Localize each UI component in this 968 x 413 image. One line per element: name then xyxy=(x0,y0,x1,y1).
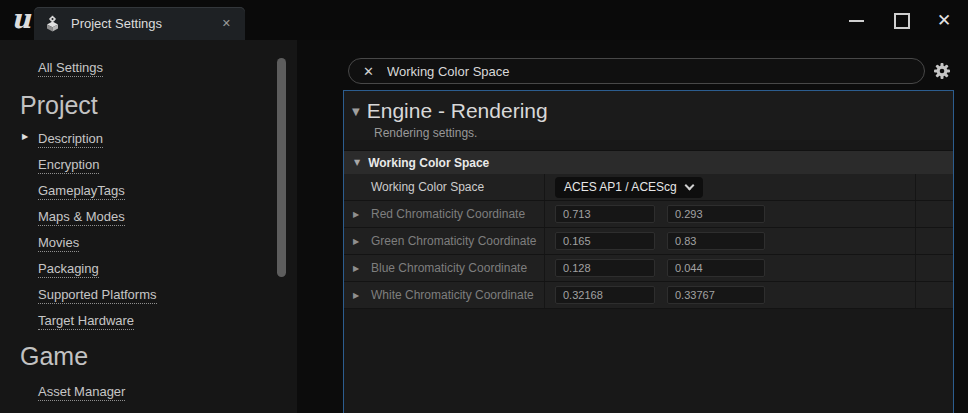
expander-icon[interactable]: ▶ xyxy=(353,291,363,300)
property-row-working-color-space: Working Color Space ACES AP1 / ACEScg xyxy=(344,174,953,201)
settings-gear-icon[interactable] xyxy=(933,62,951,80)
tab-close-icon[interactable]: ✕ xyxy=(218,15,235,32)
sidebar-item-movies[interactable]: Movies xyxy=(38,235,79,252)
property-label: White Chromaticity Coordinate xyxy=(371,288,534,302)
project-settings-icon xyxy=(44,15,61,32)
settings-sidebar: All Settings Project ▶ Description Encry… xyxy=(0,40,297,413)
close-icon: ✕ xyxy=(924,0,964,40)
white-y-field[interactable] xyxy=(667,286,765,304)
red-y-field[interactable] xyxy=(667,205,765,223)
group-collapse-caret-icon[interactable]: ▼ xyxy=(352,106,360,117)
titlebar: u Project Settings ✕ ✕ xyxy=(0,0,968,40)
sidebar-scrollbar[interactable] xyxy=(277,58,286,277)
settings-group-header: ▼ Engine - Rendering Rendering settings. xyxy=(344,91,953,140)
sidebar-item-gameplaytags[interactable]: GameplayTags xyxy=(38,183,125,200)
sidebar-item-target-hardware[interactable]: Target Hardware xyxy=(38,313,134,330)
row-end-spacer xyxy=(915,282,953,308)
property-row-white-chromaticity: ▶ White Chromaticity Coordinate xyxy=(344,282,953,309)
property-row-blue-chromaticity: ▶ Blue Chromaticity Coordinate xyxy=(344,255,953,282)
category-working-color-space[interactable]: ▼ Working Color Space xyxy=(344,150,953,174)
minimize-button[interactable] xyxy=(836,0,876,40)
sidebar-section-project: Project xyxy=(20,90,98,120)
close-button[interactable]: ✕ xyxy=(924,0,964,40)
settings-search-bar[interactable]: ✕ xyxy=(348,58,925,84)
property-row-green-chromaticity: ▶ Green Chromaticity Coordinate xyxy=(344,228,953,255)
sidebar-item-asset-manager[interactable]: Asset Manager xyxy=(38,384,125,401)
sidebar-item-packaging[interactable]: Packaging xyxy=(38,261,99,278)
working-color-space-dropdown[interactable]: ACES AP1 / ACEScg xyxy=(555,177,703,198)
property-label: Working Color Space xyxy=(371,180,484,194)
unreal-engine-logo-icon: u xyxy=(7,2,35,36)
white-x-field[interactable] xyxy=(555,286,655,304)
sidebar-item-all-settings[interactable]: All Settings xyxy=(38,60,103,77)
maximize-button[interactable] xyxy=(880,0,920,40)
row-end-spacer xyxy=(915,201,953,227)
window-controls: ✕ xyxy=(818,0,968,40)
sidebar-item-supported-platforms[interactable]: Supported Platforms xyxy=(38,287,157,304)
tab-project-settings[interactable]: Project Settings ✕ xyxy=(34,7,245,40)
sidebar-item-description[interactable]: Description xyxy=(38,131,103,148)
sidebar-item-encryption[interactable]: Encryption xyxy=(38,157,99,174)
property-label: Green Chromaticity Coordinate xyxy=(371,234,536,248)
category-label: Working Color Space xyxy=(368,156,489,170)
category-collapse-caret-icon[interactable]: ▼ xyxy=(354,158,360,167)
settings-panel: ▼ Engine - Rendering Rendering settings.… xyxy=(343,90,954,413)
blue-y-field[interactable] xyxy=(667,259,765,277)
property-label: Blue Chromaticity Coordinate xyxy=(371,261,527,275)
expander-icon[interactable]: ▶ xyxy=(353,264,363,273)
sidebar-item-maps-modes[interactable]: Maps & Modes xyxy=(38,209,125,226)
clear-search-icon[interactable]: ✕ xyxy=(363,64,374,79)
green-x-field[interactable] xyxy=(555,232,655,250)
green-y-field[interactable] xyxy=(667,232,765,250)
blue-x-field[interactable] xyxy=(555,259,655,277)
property-row-red-chromaticity: ▶ Red Chromaticity Coordinate xyxy=(344,201,953,228)
expander-icon[interactable]: ▶ xyxy=(353,237,363,246)
chevron-down-icon xyxy=(684,180,694,190)
row-end-spacer xyxy=(915,228,953,254)
selected-item-arrow-icon: ▶ xyxy=(22,129,28,145)
dropdown-selected-value: ACES AP1 / ACEScg xyxy=(564,180,677,194)
row-end-spacer xyxy=(915,174,953,200)
project-settings-window: u Project Settings ✕ ✕ All Settings xyxy=(0,0,968,413)
group-title: Engine - Rendering xyxy=(367,99,548,123)
red-x-field[interactable] xyxy=(555,205,655,223)
group-subtitle: Rendering settings. xyxy=(374,126,943,140)
tab-label: Project Settings xyxy=(71,16,218,31)
row-end-spacer xyxy=(915,255,953,281)
property-label: Red Chromaticity Coordinate xyxy=(371,207,525,221)
expander-icon[interactable]: ▶ xyxy=(353,210,363,219)
search-input[interactable] xyxy=(387,64,914,79)
sidebar-section-game: Game xyxy=(20,341,88,371)
